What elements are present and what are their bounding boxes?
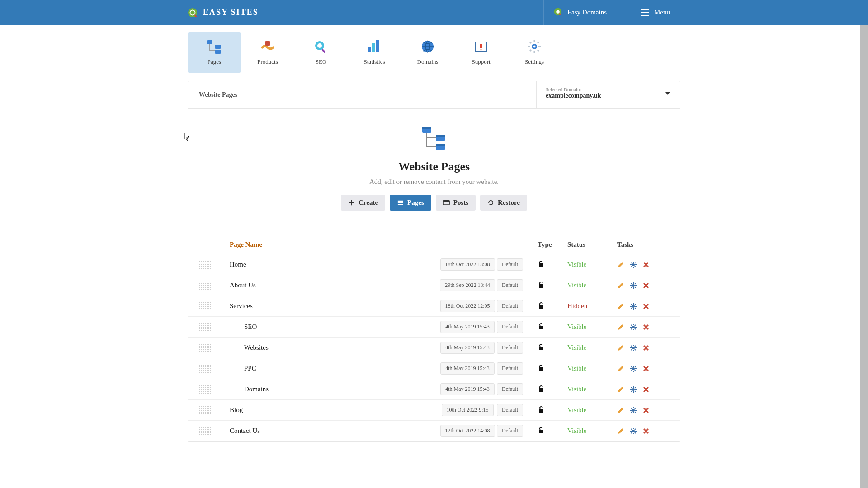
col-name[interactable]: Page Name: [230, 241, 438, 249]
edit-icon[interactable]: [617, 407, 624, 414]
settings-icon[interactable]: [630, 427, 637, 435]
restore-button[interactable]: Restore: [480, 195, 527, 211]
drag-handle[interactable]: [199, 281, 230, 290]
tab-domains[interactable]: Domains: [401, 32, 454, 73]
svg-point-38: [632, 367, 635, 370]
settings-icon[interactable]: [630, 282, 637, 289]
page-date: 4th May 2019 15:43: [438, 342, 497, 354]
drag-handle[interactable]: [199, 406, 230, 415]
settings-icon[interactable]: [630, 344, 637, 352]
tab-label: Settings: [525, 58, 544, 66]
posts-button-label: Posts: [453, 199, 468, 206]
unlock-icon: [538, 302, 545, 309]
page-status: Visible: [567, 344, 617, 352]
drag-handle[interactable]: [199, 323, 244, 332]
delete-icon[interactable]: [642, 386, 650, 393]
page-name[interactable]: About Us: [230, 282, 438, 289]
tab-statistics[interactable]: Statistics: [348, 32, 401, 73]
list-icon: [397, 199, 404, 206]
unlock-icon: [538, 406, 545, 413]
edit-icon[interactable]: [617, 261, 624, 268]
svg-rect-31: [539, 305, 543, 309]
delete-icon[interactable]: [642, 282, 650, 289]
drag-handle[interactable]: [199, 302, 230, 311]
scrollbar-thumb[interactable]: [860, 0, 868, 25]
tab-seo[interactable]: SEO: [294, 32, 348, 73]
tab-products[interactable]: Products: [241, 32, 294, 73]
edit-icon[interactable]: [617, 427, 624, 435]
edit-icon[interactable]: [617, 344, 624, 352]
scrollbar-track[interactable]: [860, 0, 868, 442]
drag-handle[interactable]: [199, 364, 244, 373]
drag-handle[interactable]: [199, 427, 230, 436]
svg-rect-41: [539, 409, 543, 413]
page-name[interactable]: Contact Us: [230, 427, 438, 435]
create-button[interactable]: Create: [341, 195, 385, 211]
page-name[interactable]: SEO: [244, 323, 438, 331]
svg-point-30: [632, 284, 635, 287]
col-tasks[interactable]: Tasks: [617, 241, 669, 249]
brand[interactable]: EASY SITES: [188, 8, 259, 18]
page-name[interactable]: Services: [230, 302, 438, 310]
col-status[interactable]: Status: [567, 241, 617, 249]
edit-icon[interactable]: [617, 365, 624, 372]
page-name[interactable]: Blog: [230, 406, 438, 414]
page-status: Visible: [567, 427, 617, 435]
page-tasks: [617, 427, 669, 435]
create-button-label: Create: [359, 199, 378, 206]
settings-icon[interactable]: [630, 261, 637, 268]
page-name[interactable]: PPC: [244, 365, 438, 372]
page-tasks: [617, 261, 669, 268]
page-template: Default: [497, 342, 538, 354]
tab-settings[interactable]: Settings: [508, 32, 561, 73]
nav-menu-label: Menu: [654, 9, 670, 16]
products-icon: [259, 39, 276, 54]
delete-icon[interactable]: [642, 324, 650, 331]
page-name[interactable]: Home: [230, 261, 438, 268]
delete-icon[interactable]: [642, 365, 650, 372]
breadcrumb: Website Pages: [188, 81, 536, 108]
tab-support[interactable]: Support: [454, 32, 508, 73]
brand-text: EASY SITES: [203, 8, 259, 17]
nav-easy-domains[interactable]: Easy Domains: [543, 0, 617, 26]
svg-rect-15: [480, 44, 482, 48]
table-row: Blog10th Oct 2022 9:15DefaultVisible: [188, 400, 680, 421]
settings-icon[interactable]: [630, 386, 637, 393]
delete-icon[interactable]: [642, 427, 650, 435]
svg-rect-22: [436, 135, 445, 137]
drag-handle[interactable]: [199, 385, 244, 394]
tab-pages[interactable]: Pages: [188, 32, 241, 73]
table-row: Websites4th May 2019 15:43DefaultVisible: [188, 338, 680, 358]
drag-handle[interactable]: [199, 343, 244, 352]
svg-point-36: [632, 347, 635, 349]
page-status: Hidden: [567, 302, 617, 310]
delete-icon[interactable]: [642, 344, 650, 352]
svg-rect-12: [372, 43, 375, 52]
delete-icon[interactable]: [642, 303, 650, 310]
tab-label: Support: [472, 58, 490, 66]
edit-icon[interactable]: [617, 324, 624, 331]
page-name[interactable]: Websites: [244, 344, 438, 352]
edit-icon[interactable]: [617, 282, 624, 289]
page-name[interactable]: Domains: [244, 385, 438, 393]
nav-menu[interactable]: Menu: [631, 0, 680, 24]
edit-icon[interactable]: [617, 303, 624, 310]
restore-button-label: Restore: [498, 199, 520, 206]
settings-icon[interactable]: [630, 365, 637, 372]
unlock-icon: [538, 427, 545, 434]
domain-selector[interactable]: Selected Domain: examplecompany.uk: [536, 81, 680, 108]
settings-icon[interactable]: [630, 303, 637, 310]
settings-icon[interactable]: [630, 324, 637, 331]
pages-button[interactable]: Pages: [390, 195, 431, 211]
posts-button[interactable]: Posts: [436, 195, 476, 211]
svg-rect-10: [321, 49, 326, 53]
settings-icon[interactable]: [630, 407, 637, 414]
delete-icon[interactable]: [642, 261, 650, 268]
delete-icon[interactable]: [642, 407, 650, 414]
svg-point-28: [632, 263, 635, 266]
drag-handle[interactable]: [199, 260, 230, 269]
page-template: Default: [497, 258, 538, 271]
edit-icon[interactable]: [617, 386, 624, 393]
page-date: 12th Oct 2022 14:08: [438, 425, 497, 437]
col-type[interactable]: Type: [538, 241, 567, 249]
